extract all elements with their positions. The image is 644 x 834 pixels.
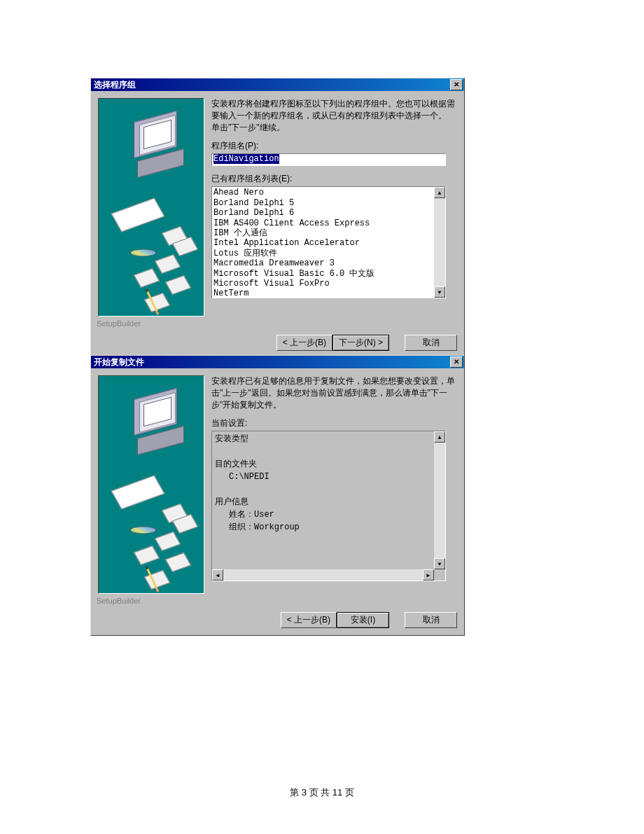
scroll-down-icon[interactable]: ▼ [434, 558, 445, 569]
list-item[interactable]: IBM 个人通信 [214, 228, 444, 238]
list-item[interactable]: IBM AS400 Client Access Express [214, 218, 444, 228]
user-org-label: 组织： [229, 522, 254, 532]
setup-graphic-2 [98, 375, 204, 594]
cancel-button-1[interactable]: 取消 [405, 335, 457, 351]
settings-vscrollbar[interactable]: ▲ ▼ [434, 431, 445, 569]
install-type-heading: 安装类型 [215, 433, 431, 445]
user-info-heading: 用户信息 [215, 496, 431, 508]
page-number: 第 3 页 共 11 页 [0, 786, 644, 799]
current-settings-label: 当前设置: [211, 417, 457, 429]
back-button-1[interactable]: < 上一步(B) [276, 335, 332, 351]
settings-hscrollbar[interactable]: ◀ ▶ [212, 569, 434, 581]
setup-builder-label-1: SetupBuilder [91, 319, 464, 331]
titlebar-1[interactable]: 选择程序组 ✕ [91, 78, 464, 91]
user-name-label: 姓名： [229, 510, 254, 520]
scroll-right-icon[interactable]: ▶ [423, 569, 434, 581]
select-program-group-dialog: 选择程序组 ✕ 安装程序 [90, 78, 465, 359]
install-button[interactable]: 安装(I) [337, 612, 389, 628]
existing-groups-listbox[interactable]: Ahead Nero Borland Delphi 5 Borland Delp… [211, 186, 446, 298]
dest-folder-heading: 目的文件夹 [215, 458, 431, 471]
list-item[interactable]: Microsoft Visual FoxPro [214, 279, 444, 289]
close-icon[interactable]: ✕ [450, 356, 463, 368]
list-item[interactable]: Borland Delphi 6 [214, 208, 444, 218]
user-org-value: Workgroup [254, 522, 300, 532]
list-item[interactable]: Microsoft Visual Basic 6.0 中文版 [214, 269, 444, 279]
listbox-content: Ahead Nero Borland Delphi 5 Borland Delp… [212, 187, 445, 298]
current-settings-box: 安装类型 目的文件夹 C:\NPEDI 用户信息 姓名：User 组织：Work… [211, 431, 446, 581]
program-group-input[interactable]: EdiNavigation [211, 153, 446, 166]
list-item[interactable]: NetTerm [214, 289, 444, 298]
scroll-left-icon[interactable]: ◀ [212, 569, 223, 581]
scroll-down-icon[interactable]: ▼ [434, 286, 445, 298]
close-icon[interactable]: ✕ [450, 79, 463, 90]
titlebar-2[interactable]: 开始复制文件 ✕ [91, 356, 464, 368]
dialog-title-1: 选择程序组 [94, 79, 450, 91]
dialog-title-2: 开始复制文件 [94, 356, 450, 368]
scroll-up-icon[interactable]: ▲ [434, 431, 445, 443]
list-item[interactable]: Macromedia Dreamweaver 3 [214, 258, 444, 268]
dialog-description-1: 安装程序将创建程序图标至以下列出的程序组中。您也可以根据需要输入一个新的程序组名… [211, 98, 457, 133]
listbox-scrollbar[interactable]: ▲ ▼ [434, 187, 445, 298]
dest-folder-value: C:\NPEDI [215, 471, 431, 483]
list-item[interactable]: Intel Application Accelerator [214, 238, 444, 248]
cancel-button-2[interactable]: 取消 [405, 612, 457, 628]
setup-builder-label-2: SetupBuilder [91, 597, 464, 608]
list-item[interactable]: Lotus 应用软件 [214, 249, 444, 258]
setup-graphic-1 [98, 98, 204, 317]
existing-groups-label: 已有程序组名列表(E): [211, 173, 457, 185]
dialog-description-2: 安装程序已有足够的信息用于复制文件，如果您想要改变设置，单击"上一步"返回。如果… [211, 375, 457, 410]
user-name-value: User [254, 510, 274, 520]
scroll-up-icon[interactable]: ▲ [434, 187, 445, 198]
list-item[interactable]: Ahead Nero [214, 188, 444, 197]
next-button-1[interactable]: 下一步(N) > [332, 335, 389, 351]
start-copying-files-dialog: 开始复制文件 ✕ 安装程 [90, 355, 465, 636]
program-group-label: 程序组名(P): [211, 140, 457, 152]
list-item[interactable]: Borland Delphi 5 [214, 198, 444, 208]
back-button-2[interactable]: < 上一步(B) [281, 612, 337, 628]
